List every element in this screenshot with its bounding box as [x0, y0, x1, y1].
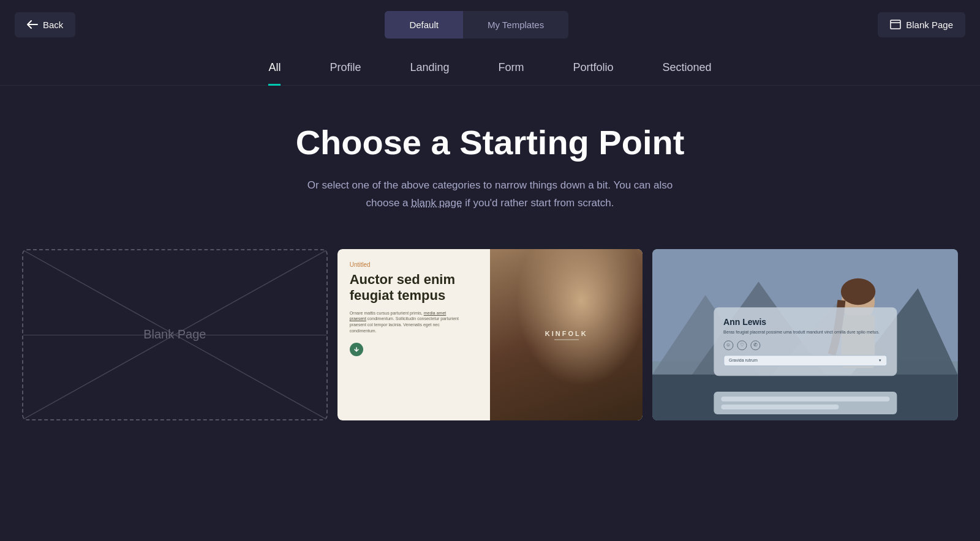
tab-group: Default My Templates — [385, 11, 568, 39]
landing-title: Auctor sed enim feugiat tempus — [350, 272, 472, 304]
blank-page-header-button[interactable]: Blank Page — [878, 12, 965, 37]
svg-rect-0 — [891, 20, 900, 29]
cat-landing[interactable]: Landing — [410, 61, 449, 86]
tab-my-templates[interactable]: My Templates — [463, 11, 568, 39]
profile-bottom-card — [714, 392, 897, 414]
profile-info-card: Ann Lewis Beras feugiat placerat possime… — [714, 307, 897, 376]
profile-social-icons: ☺ ♡ ✆ — [723, 340, 887, 350]
landing-image: KINFOLK — [490, 249, 643, 420]
header: Back Default My Templates Blank Page — [0, 0, 980, 49]
profile-card-inner: Ann Lewis Beras feugiat placerat possime… — [652, 249, 958, 420]
arrow-left-icon — [27, 20, 38, 29]
hero-title: Choose a Starting Point — [12, 122, 968, 162]
chevron-down-icon: ▾ — [879, 358, 881, 363]
profile-name: Ann Lewis — [723, 317, 887, 327]
back-button[interactable]: Back — [15, 12, 75, 37]
landing-template-card[interactable]: Untitled Auctor sed enim feugiat tempus … — [337, 249, 643, 420]
templates-grid: Blank Page Untitled Auctor sed enim feug… — [0, 249, 980, 420]
landing-body: Ornare mattis cursus parturient primis, … — [350, 310, 460, 334]
blank-template-card[interactable]: Blank Page — [22, 249, 328, 420]
svg-point-13 — [841, 278, 875, 305]
cat-form[interactable]: Form — [499, 61, 524, 86]
profile-desc: Beras feugiat placerat possime uma trodu… — [723, 329, 887, 335]
cat-all[interactable]: All — [268, 61, 281, 86]
kinfolk-label: KINFOLK — [545, 329, 588, 337]
phone-icon[interactable]: ✆ — [750, 340, 760, 350]
blank-page-header-label: Blank Page — [906, 20, 953, 30]
heart-icon[interactable]: ♡ — [737, 340, 747, 350]
blank-card-inner: Blank Page — [22, 249, 328, 420]
profile-select-dropdown[interactable]: Gravida rutrum ▾ — [723, 355, 887, 366]
blank-page-link[interactable]: blank page — [411, 197, 462, 209]
landing-cta-button[interactable] — [350, 343, 363, 356]
profile-bottom-line1 — [721, 397, 889, 401]
hero-section: Choose a Starting Point Or select one of… — [0, 86, 980, 243]
cat-profile[interactable]: Profile — [330, 61, 361, 86]
hero-description: Or select one of the above categories to… — [306, 177, 674, 212]
page-icon — [890, 20, 901, 29]
profile-template-card[interactable]: Ann Lewis Beras feugiat placerat possime… — [652, 249, 958, 420]
category-nav: All Profile Landing Form Portfolio Secti… — [0, 49, 980, 86]
landing-card-inner: Untitled Auctor sed enim feugiat tempus … — [337, 249, 643, 420]
cat-sectioned[interactable]: Sectioned — [663, 61, 712, 86]
back-label: Back — [43, 20, 63, 30]
cat-portfolio[interactable]: Portfolio — [573, 61, 614, 86]
smiley-icon[interactable]: ☺ — [723, 340, 733, 350]
profile-select-label: Gravida rutrum — [729, 358, 758, 362]
profile-bottom-line2 — [721, 405, 839, 409]
kinfolk-divider — [554, 339, 579, 340]
tab-default[interactable]: Default — [385, 11, 463, 39]
blank-card-label: Blank Page — [143, 327, 206, 341]
